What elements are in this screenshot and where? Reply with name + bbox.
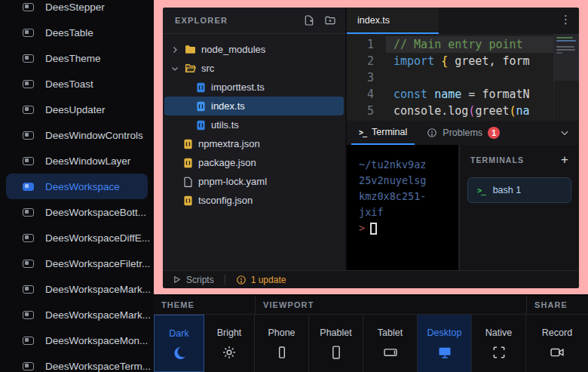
tree-item-label: importtest.ts: [211, 81, 265, 93]
sidebar-item-deesworkspacemonaco[interactable]: DeesWorkspaceMon...: [0, 327, 154, 353]
viewport-desktop-button[interactable]: Desktop: [418, 315, 472, 372]
terminal-list-item-bash[interactable]: >_ bash 1: [467, 177, 571, 203]
viewport-tablet-button[interactable]: Tablet: [363, 315, 418, 372]
component-icon: [23, 260, 34, 268]
tree-item-tsconfig[interactable]: tsconfig.json: [163, 191, 345, 210]
sidebar-item-label: DeesTheme: [45, 53, 101, 64]
new-file-icon[interactable]: [303, 14, 315, 26]
ts-file-icon: [196, 82, 206, 93]
tablet-icon: [383, 345, 398, 360]
code-token: greet, form: [448, 54, 529, 68]
component-icon: [23, 3, 34, 11]
explorer-title: EXPLORER: [175, 16, 303, 25]
kebab-menu-icon[interactable]: ⋮: [560, 13, 571, 26]
explorer-panel: EXPLORER node_modules src: [163, 8, 347, 270]
tree-item-label: npmextra.json: [198, 138, 260, 149]
sidebar-item-deestable[interactable]: DeesTable: [0, 20, 154, 45]
sidebar-item-deesworkspacemark1[interactable]: DeesWorkspaceMark...: [0, 276, 154, 302]
terminal-item-label: bash 1: [493, 185, 522, 195]
button-label: Record: [542, 327, 572, 338]
button-label: Desktop: [427, 327, 462, 338]
scripts-button[interactable]: Scripts: [172, 275, 214, 285]
button-label: Phablet: [320, 327, 351, 338]
sidebar-item-deesworkspacefiletree[interactable]: DeesWorkspaceFiletr...: [0, 251, 154, 276]
sidebar-item-label: DeesWorkspaceMark...: [45, 309, 151, 321]
share-record-button[interactable]: Record: [526, 315, 588, 372]
code-token: (: [510, 104, 516, 118]
section-share: SHARE: [526, 296, 588, 314]
folder-icon: [185, 45, 196, 54]
viewport-phone-button[interactable]: Phone: [255, 315, 309, 372]
sidebar-item-deesworkspacediffeditor[interactable]: DeesWorkspaceDiffE...: [0, 225, 154, 251]
tab-terminal[interactable]: >_ Terminal: [351, 121, 415, 145]
component-icon: [23, 183, 34, 191]
tree-item-pnpm-lock[interactable]: pnpm-lock.yaml: [163, 172, 345, 191]
toolbar-section-headers: THEME VIEWPORT SHARE: [154, 296, 588, 315]
new-folder-icon[interactable]: [324, 14, 336, 26]
workspace-component: EXPLORER node_modules src: [163, 8, 579, 288]
sidebar-item-deesworkspacemark2[interactable]: DeesWorkspaceMark...: [0, 302, 154, 327]
sidebar-item-label: DeesWorkspaceBott...: [45, 207, 146, 218]
tree-item-utils[interactable]: utils.ts: [163, 115, 345, 134]
code-line: 1 // Main entry point: [347, 36, 579, 53]
line-number: 1: [347, 36, 386, 53]
tree-item-package[interactable]: package.json: [163, 153, 345, 172]
code-token: greet: [475, 104, 509, 118]
divider: [225, 275, 225, 284]
sidebar-item-deestheme[interactable]: DeesTheme: [0, 45, 154, 71]
sidebar-item-label: DeesWindowLayer: [45, 155, 130, 167]
tab-index-ts[interactable]: index.ts: [347, 8, 439, 34]
code-editor[interactable]: 1 // Main entry point 2 import { greet, …: [347, 34, 579, 121]
tab-label: Problems: [443, 128, 482, 138]
file-tree: node_modules src importtest.ts index.ts: [163, 34, 345, 210]
phablet-icon: [329, 345, 344, 360]
sidebar-item-deesworkspacebottombar[interactable]: DeesWorkspaceBott...: [0, 199, 154, 225]
chevron-down-icon: [170, 64, 179, 73]
terminal-output[interactable]: ~/tu2nkv9az 25v2nuyelsg kmz0x8c251- jxif…: [347, 145, 458, 270]
terminal-line: jxif: [359, 204, 454, 220]
sidebar-item-deeswindowcontrols[interactable]: DeesWindowControls: [0, 122, 154, 148]
scripts-label: Scripts: [186, 275, 214, 285]
tree-item-node-modules[interactable]: node_modules: [163, 40, 345, 59]
minimap[interactable]: [553, 34, 579, 121]
problems-icon: [427, 128, 437, 138]
tree-item-npmextra[interactable]: npmextra.json: [163, 134, 345, 153]
tab-problems[interactable]: Problems 1: [419, 121, 507, 145]
explorer-header: EXPLORER: [163, 8, 345, 34]
terminal-line: 25v2nuyelsg: [359, 173, 454, 189]
chevron-down-icon[interactable]: [559, 128, 570, 138]
component-sidebar: DeesStepper DeesTable DeesTheme DeesToas…: [0, 0, 154, 372]
component-icon: [23, 131, 34, 140]
viewport-phablet-button[interactable]: Phablet: [309, 315, 363, 372]
sidebar-item-label: DeesWorkspace: [45, 181, 120, 192]
component-icon: [23, 29, 34, 37]
theme-bright-button[interactable]: Bright: [204, 315, 255, 372]
section-theme: THEME: [154, 296, 255, 314]
terminal-line: ~/tu2nkv9az: [359, 157, 454, 173]
tree-item-label: utils.ts: [211, 119, 239, 131]
add-terminal-icon[interactable]: +: [561, 155, 568, 165]
terminal-icon: >_: [359, 128, 366, 137]
component-icon: [23, 362, 34, 370]
sidebar-item-deesworkspaceterminal[interactable]: DeesWorkspaceTerm...: [0, 353, 154, 372]
theme-dark-button[interactable]: Dark: [154, 315, 204, 372]
tree-item-label: node_modules: [201, 44, 265, 55]
code-line: 5 console.log(greet(na: [347, 103, 579, 119]
update-indicator[interactable]: 1 update: [236, 275, 286, 285]
code-line: 3: [347, 69, 579, 86]
tab-label: index.ts: [357, 15, 390, 26]
tree-item-index-selected[interactable]: index.ts: [164, 97, 344, 115]
tree-item-importtest[interactable]: importtest.ts: [163, 78, 345, 97]
sidebar-item-deeswindowlayer[interactable]: DeesWindowLayer: [0, 148, 154, 174]
tree-item-src[interactable]: src: [163, 59, 345, 78]
viewport-native-button[interactable]: Native: [472, 315, 526, 372]
sidebar-item-deesstepper[interactable]: DeesStepper: [0, 0, 154, 20]
sidebar-item-deesupdater[interactable]: DeesUpdater: [0, 97, 154, 122]
sidebar-item-deestoast[interactable]: DeesToast: [0, 71, 154, 97]
story-preview-frame: EXPLORER node_modules src: [154, 0, 588, 294]
terminals-panel: TERMINALS + >_ bash 1: [458, 145, 579, 270]
toolbar-buttons: Dark Bright Phone Phablet Tablet Desktop…: [154, 315, 588, 372]
json-file-icon: [183, 195, 193, 206]
component-icon: [23, 285, 34, 294]
sidebar-item-deesworkspace[interactable]: DeesWorkspace: [6, 174, 148, 199]
